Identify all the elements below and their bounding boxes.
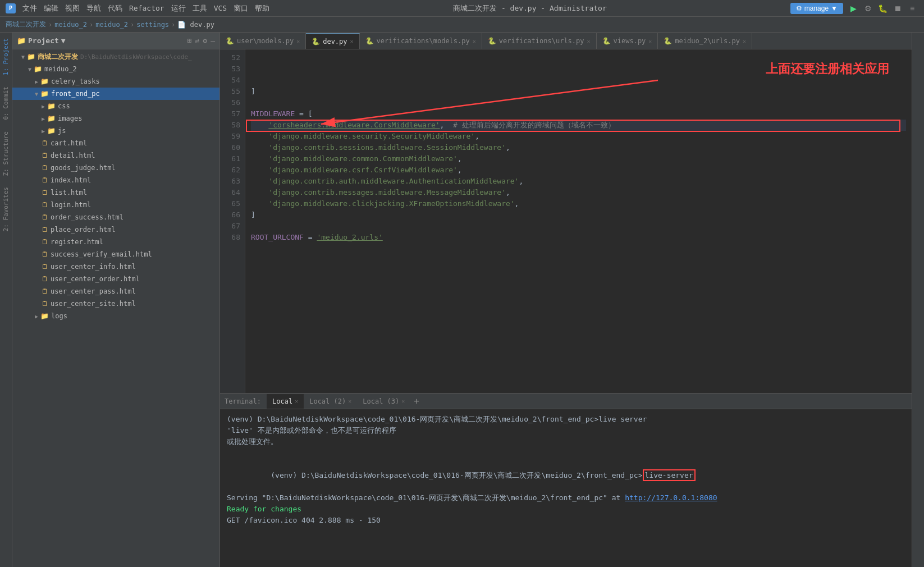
- terminal-content[interactable]: (venv) D:\BaiduNetdiskWorkspace\code_01\…: [220, 409, 912, 567]
- tree-item-root[interactable]: ▼ 📁 商城二次开发 D:\BaiduNetdiskWorkspace\code…: [12, 51, 219, 63]
- run-build-button[interactable]: ⚙: [862, 2, 875, 15]
- tree-item-js[interactable]: ▶ 📁 js: [12, 125, 219, 137]
- line-num-59: 59: [220, 131, 245, 142]
- code-line-58: 'corsheaders.middleware.CorsMiddleware',…: [251, 120, 906, 131]
- line-numbers: 52 53 54 55 56 57 58 59 60 61 62 63 64 6…: [220, 49, 245, 393]
- tab-views[interactable]: 🐍 views.py ✕: [597, 33, 658, 49]
- term-tab-local2[interactable]: Local (2) ✕: [304, 394, 357, 409]
- menu-navigate[interactable]: 导航: [86, 3, 101, 13]
- tab-icon: 🐍: [488, 37, 496, 45]
- tab-close[interactable]: ✕: [350, 38, 354, 44]
- code-line-54: [251, 75, 906, 86]
- term-add-button[interactable]: +: [410, 396, 423, 406]
- run-more-button[interactable]: ≡: [906, 2, 918, 15]
- code-line-59: 'django.middleware.security.SecurityMidd…: [251, 131, 906, 142]
- line-num-55: 55: [220, 86, 245, 97]
- menu-view[interactable]: 视图: [65, 3, 80, 13]
- tree-item-logs[interactable]: ▶ 📁 logs: [12, 310, 219, 322]
- line-num-68: 68: [220, 232, 245, 243]
- tree-item-images[interactable]: ▶ 📁 images: [12, 112, 219, 125]
- tab-close[interactable]: ✕: [587, 38, 591, 44]
- tab-verifications-models[interactable]: 🐍 verifications\models.py ✕: [360, 33, 482, 49]
- tree-item-detail[interactable]: 🗒 detail.html: [12, 149, 219, 162]
- tab-icon: 🐍: [226, 37, 234, 45]
- term-line-7: Ready for changes: [227, 504, 905, 515]
- proj-settings-icon[interactable]: ⚙: [203, 36, 207, 45]
- line-num-60: 60: [220, 142, 245, 153]
- tree-item-user-center-info[interactable]: 🗒 user_center_info.html: [12, 260, 219, 273]
- menu-file[interactable]: 文件: [22, 3, 37, 13]
- breadcrumb-item-3[interactable]: meiduo_2: [95, 21, 128, 29]
- project-dropdown-icon[interactable]: ▼: [61, 36, 66, 45]
- tree-item-user-center-site[interactable]: 🗒 user_center_site.html: [12, 298, 219, 310]
- tab-verifications-urls[interactable]: 🐍 verifications\urls.py ✕: [482, 33, 597, 49]
- run-controls: ▶ ⚙ 🐛 ⏹ ≡: [848, 2, 918, 15]
- project-title: 📁 Project ▼: [17, 36, 66, 45]
- menu-help[interactable]: 帮助: [255, 3, 269, 13]
- project-panel: 📁 Project ▼ ⊞ ⇄ ⚙ — ▼ 📁 商城二次开发 D:\BaiduN…: [12, 33, 220, 567]
- run-stop-button[interactable]: ⏹: [891, 2, 904, 15]
- tab-dev-py[interactable]: 🐍 dev.py ✕: [306, 33, 359, 49]
- tree-item-celery[interactable]: ▶ 📁 celery_tasks: [12, 75, 219, 88]
- left-tab-structure[interactable]: Z: Structure: [0, 126, 12, 181]
- menu-tools[interactable]: 工具: [193, 3, 207, 13]
- tab-close[interactable]: ✕: [296, 38, 300, 44]
- menu-window[interactable]: 窗口: [234, 3, 248, 13]
- tree-item-login[interactable]: 🗒 login.html: [12, 199, 219, 211]
- code-editor: 52 53 54 55 56 57 58 59 60 61 62 63 64 6…: [220, 49, 912, 393]
- tree-item-order-success[interactable]: 🗒 order_success.html: [12, 211, 219, 223]
- tree-item-list[interactable]: 🗒 list.html: [12, 186, 219, 199]
- breadcrumb-item-5[interactable]: 📄 dev.py: [177, 21, 214, 29]
- tree-item-cart[interactable]: 🗒 cart.html: [12, 137, 219, 149]
- tree-item-success-verify[interactable]: 🗒 success_verify_email.html: [12, 248, 219, 260]
- tree-item-index[interactable]: 🗒 index.html: [12, 174, 219, 186]
- line-num-66: 66: [220, 209, 245, 221]
- term-tab-close-3[interactable]: ✕: [401, 398, 405, 404]
- proj-layout-icon[interactable]: ⊞: [187, 36, 192, 45]
- code-line-61: 'django.middleware.common.CommonMiddlewa…: [251, 153, 906, 164]
- menu-refactor[interactable]: Refactor: [129, 4, 164, 12]
- tab-meiduo2-urls[interactable]: 🐍 meiduo_2\urls.py ✕: [658, 33, 752, 49]
- code-line-60: 'django.contrib.sessions.middleware.Sess…: [251, 142, 906, 153]
- proj-close-icon[interactable]: —: [211, 36, 215, 45]
- menu-vcs[interactable]: VCS: [214, 4, 227, 12]
- tree-item-user-center-pass[interactable]: 🗒 user_center_pass.html: [12, 285, 219, 298]
- tab-close[interactable]: ✕: [648, 38, 652, 44]
- tab-user-models[interactable]: 🐍 user\models.py ✕: [220, 33, 306, 49]
- breadcrumb-item-4[interactable]: settings: [136, 21, 169, 29]
- breadcrumb-item-2[interactable]: meiduo_2: [54, 21, 87, 29]
- code-content[interactable]: ] MIDDLEWARE = [ 'corsheaders.middleware…: [245, 49, 912, 393]
- left-tab-project[interactable]: 1: Project: [0, 33, 12, 81]
- tree-item-register[interactable]: 🗒 register.html: [12, 236, 219, 248]
- menu-bar: P 文件 编辑 视图 导航 代码 Refactor 运行 工具 VCS 窗口 帮…: [6, 3, 269, 13]
- menu-run[interactable]: 运行: [171, 3, 186, 13]
- tree-item-meiduo2[interactable]: ▼ 📁 meiduo_2: [12, 63, 219, 75]
- left-panel-tabs: 1: Project 0: Commit Z: Structure 2: Fav…: [0, 33, 12, 567]
- line-num-52: 52: [220, 52, 245, 63]
- menu-edit[interactable]: 编辑: [44, 3, 58, 13]
- term-line-5: (venv) D:\BaiduNetdiskWorkspace\code_01\…: [227, 459, 905, 492]
- term-tab-local[interactable]: Local ✕: [267, 394, 304, 409]
- left-tab-favorites[interactable]: 2: Favorites: [0, 181, 12, 237]
- tree-item-place-order[interactable]: 🗒 place_order.html: [12, 223, 219, 236]
- menu-code[interactable]: 代码: [108, 3, 122, 13]
- term-tab-local3[interactable]: Local (3) ✕: [357, 394, 410, 409]
- term-tab-close[interactable]: ✕: [295, 398, 298, 404]
- term-link[interactable]: http://127.0.0.1:8080: [625, 493, 717, 502]
- tree-item-css[interactable]: ▶ 📁 css: [12, 100, 219, 112]
- tree-item-frontend[interactable]: ▼ 📁 front_end_pc: [12, 88, 219, 100]
- term-tab-close-2[interactable]: ✕: [348, 398, 351, 404]
- left-tab-commit[interactable]: 0: Commit: [0, 81, 12, 126]
- run-debug-button[interactable]: 🐛: [877, 2, 889, 15]
- manage-button[interactable]: ⚙ manage ▼: [790, 3, 843, 14]
- proj-sync-icon[interactable]: ⇄: [195, 36, 200, 45]
- run-play-button[interactable]: ▶: [848, 2, 860, 15]
- term-line-2: 'live' 不是内部或外部命令，也不是可运行的程序: [227, 425, 905, 436]
- tree-item-user-center-order[interactable]: 🗒 user_center_order.html: [12, 273, 219, 285]
- tab-close[interactable]: ✕: [743, 38, 746, 44]
- breadcrumb-item-1[interactable]: 商城二次开发: [6, 20, 46, 29]
- tree-item-goods-judge[interactable]: 🗒 goods_judge.html: [12, 162, 219, 174]
- project-controls: ⊞ ⇄ ⚙ —: [187, 36, 215, 45]
- code-line-67: [251, 221, 906, 232]
- tab-close[interactable]: ✕: [473, 38, 476, 44]
